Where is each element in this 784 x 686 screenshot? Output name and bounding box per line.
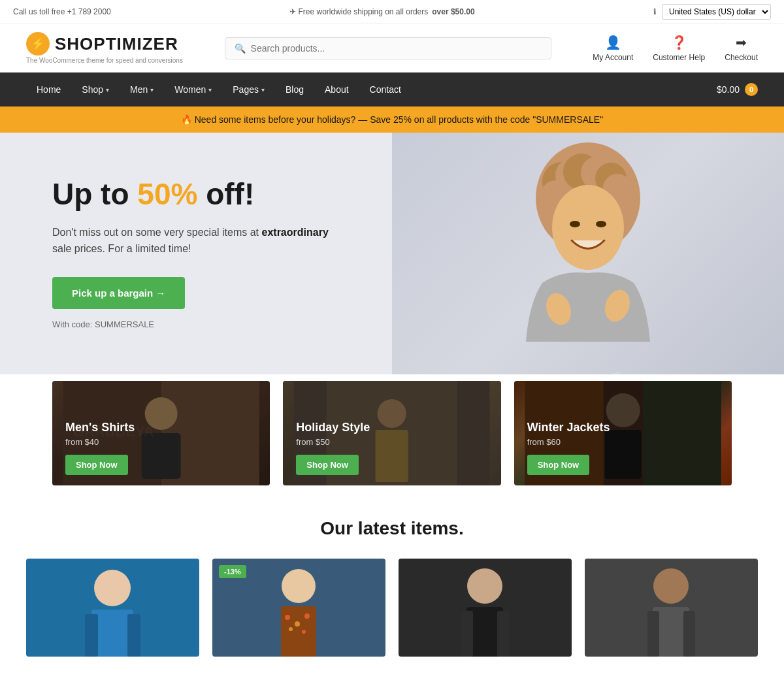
svg-rect-44 <box>461 611 473 657</box>
nav-item-about[interactable]: About <box>314 73 359 106</box>
svg-point-29 <box>94 570 131 606</box>
cart-total: $0.00 <box>717 84 740 95</box>
card-content-winter: Winter Jackets from $60 Shop Now <box>514 410 732 485</box>
chevron-down-icon: ▾ <box>208 86 212 93</box>
svg-point-34 <box>282 569 316 603</box>
search-icon: 🔍 <box>235 43 246 54</box>
product-image-3 <box>399 559 572 657</box>
nav-item-men[interactable]: Men ▾ <box>120 73 164 106</box>
promo-banner: 🔥 Need some items before your holidays? … <box>0 106 784 133</box>
hero-content: Up to 50% off! Don't miss out on some ve… <box>52 178 732 329</box>
svg-rect-50 <box>683 611 695 657</box>
main-nav: Home Shop ▾ Men ▾ Women ▾ Pages ▾ Blog A… <box>0 73 784 106</box>
svg-point-42 <box>467 568 502 604</box>
hero-title-prefix: Up to <box>52 177 137 211</box>
logo-name: SHOPTIMIZER <box>55 34 178 54</box>
hero-cta-button[interactable]: Pick up a bargain → <box>52 277 185 309</box>
logo-subtitle: The WooCommerce theme for speed and conv… <box>26 57 183 64</box>
top-bar: Call us toll free +1 789 2000 ✈ Free wor… <box>0 0 784 24</box>
logo[interactable]: ⚡ SHOPTIMIZER The WooCommerce theme for … <box>26 32 183 64</box>
card-price-winter: from $60 <box>527 437 719 447</box>
nav-item-blog[interactable]: Blog <box>275 73 314 106</box>
checkout-label: Checkout <box>725 53 758 62</box>
svg-rect-32 <box>127 614 140 657</box>
nav-item-women[interactable]: Women ▾ <box>164 73 222 106</box>
account-button[interactable]: 👤 My Account <box>593 35 633 62</box>
nav-links: Home Shop ▾ Men ▾ Women ▾ Pages ▾ Blog A… <box>26 73 412 106</box>
product-image-4 <box>585 559 758 657</box>
hero-title-suffix: off! <box>197 177 254 211</box>
logo-title: ⚡ SHOPTIMIZER <box>26 32 183 56</box>
svg-point-38 <box>304 613 310 619</box>
card-title-winter: Winter Jackets <box>527 421 719 434</box>
help-label: Customer Help <box>653 53 705 62</box>
hero-section: Up to 50% off! Don't miss out on some ve… <box>0 133 784 374</box>
product-img-3 <box>399 559 572 657</box>
header-actions: 👤 My Account ❓ Customer Help ➡ Checkout <box>593 35 758 62</box>
nav-item-pages[interactable]: Pages ▾ <box>222 73 275 106</box>
product-item-1[interactable] <box>26 559 199 657</box>
product-item-4[interactable] <box>585 559 758 657</box>
chevron-down-icon: ▾ <box>261 86 265 93</box>
svg-rect-35 <box>281 606 316 657</box>
svg-rect-49 <box>647 611 659 657</box>
shipping-info: ✈ Free worldwide shipping on all orders … <box>289 7 475 16</box>
top-bar-right: ℹ United States (US) dollar <box>653 4 771 20</box>
card-content-mens: Men's Shirts from $40 Shop Now <box>52 410 270 485</box>
promo-text: 🔥 Need some items before your holidays? … <box>181 114 603 125</box>
search-bar[interactable]: 🔍 <box>225 37 551 59</box>
hero-promo-code: With code: SUMMERSALE <box>52 319 732 329</box>
nav-item-shop[interactable]: Shop ▾ <box>71 73 120 106</box>
product-item-2[interactable]: -13% <box>212 559 385 657</box>
cart-badge: 0 <box>745 83 758 96</box>
nav-item-home[interactable]: Home <box>26 73 71 106</box>
latest-section: Our latest items. -13% <box>0 492 784 683</box>
hero-subtitle: Don't miss out on some very special item… <box>52 224 340 257</box>
svg-point-47 <box>653 568 689 604</box>
product-cards-grid: GARUDEYA Men's Shirts from $40 Shop Now <box>46 374 738 492</box>
product-img-1 <box>26 559 199 657</box>
product-item-3[interactable] <box>399 559 572 657</box>
account-icon: 👤 <box>605 35 621 50</box>
account-label: My Account <box>593 53 633 62</box>
card-title-holiday: Holiday Style <box>296 421 487 434</box>
svg-point-40 <box>302 630 306 634</box>
help-icon: ❓ <box>671 35 687 50</box>
svg-rect-45 <box>497 611 509 657</box>
hero-title-highlight: 50% <box>137 177 197 211</box>
product-card-winter[interactable]: Winter Jackets from $60 Shop Now <box>514 381 732 485</box>
logo-icon: ⚡ <box>26 32 50 56</box>
search-input[interactable] <box>251 43 542 54</box>
shop-now-holiday-button[interactable]: Shop Now <box>296 455 359 475</box>
shipping-bold: over $50.00 <box>432 7 474 16</box>
checkout-button[interactable]: ➡ Checkout <box>725 35 758 62</box>
svg-text:garudeya.com: garudeya.com <box>551 368 622 374</box>
nav-item-contact[interactable]: Contact <box>359 73 412 106</box>
phone-label: Call us toll free +1 789 2000 <box>13 7 111 16</box>
latest-title: Our latest items. <box>26 518 758 539</box>
shop-now-mens-button[interactable]: Shop Now <box>65 455 128 475</box>
product-card-mens-shirts[interactable]: GARUDEYA Men's Shirts from $40 Shop Now <box>52 381 270 485</box>
discount-badge: -13% <box>219 565 246 578</box>
products-grid: -13% <box>26 559 758 657</box>
shipping-prefix: ✈ Free worldwide shipping on all orders <box>289 7 428 16</box>
card-price-holiday: from $50 <box>296 437 487 447</box>
card-title-mens: Men's Shirts <box>65 421 257 434</box>
header: ⚡ SHOPTIMIZER The WooCommerce theme for … <box>0 24 784 73</box>
product-image-1 <box>26 559 199 657</box>
info-icon: ℹ <box>653 7 657 16</box>
hero-title: Up to 50% off! <box>52 178 732 211</box>
product-img-4 <box>585 559 758 657</box>
currency-selector[interactable]: United States (US) dollar <box>662 4 771 20</box>
chevron-down-icon: ▾ <box>150 86 154 93</box>
svg-point-39 <box>289 627 293 631</box>
product-card-holiday[interactable]: Holiday Style from $50 Shop Now <box>283 381 500 485</box>
checkout-icon: ➡ <box>736 35 747 50</box>
svg-point-36 <box>285 615 290 620</box>
svg-point-37 <box>295 621 300 627</box>
cart-button[interactable]: $0.00 0 <box>717 83 758 96</box>
shop-now-winter-button[interactable]: Shop Now <box>527 455 590 475</box>
svg-rect-31 <box>85 614 98 657</box>
help-button[interactable]: ❓ Customer Help <box>653 35 705 62</box>
card-price-mens: from $40 <box>65 437 257 447</box>
